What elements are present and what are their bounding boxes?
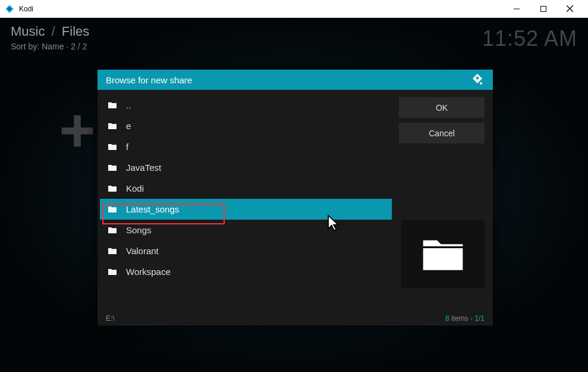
dialog-footer: E:\ 8 items - 1/1	[98, 311, 493, 326]
list-item[interactable]: Songs	[100, 220, 392, 240]
close-button[interactable]	[556, 0, 583, 18]
add-source-plus-icon[interactable]	[56, 110, 98, 152]
sort-info[interactable]: Sort by: Name · 2 / 2	[11, 42, 87, 51]
list-item[interactable]: Valorant	[100, 240, 392, 261]
list-item-label: Valorant	[126, 246, 159, 256]
kodi-logo-icon	[470, 73, 485, 87]
breadcrumb-item[interactable]: Music	[11, 24, 45, 39]
list-item[interactable]: f	[100, 136, 392, 157]
list-item-label: Latest_songs	[126, 204, 179, 214]
window-title: Kodi	[19, 5, 503, 13]
maximize-button[interactable]	[530, 0, 556, 18]
ok-button[interactable]: OK	[399, 97, 485, 118]
svg-point-4	[480, 82, 482, 85]
list-item-label: Kodi	[126, 183, 144, 193]
list-item[interactable]: e	[100, 115, 392, 136]
folder-icon	[107, 101, 118, 110]
folder-icon	[107, 143, 118, 151]
folder-icon	[107, 122, 118, 130]
window-titlebar: Kodi	[0, 0, 588, 18]
breadcrumb-item[interactable]: Files	[62, 24, 89, 39]
folder-icon	[107, 185, 118, 193]
minimize-button[interactable]	[503, 0, 530, 18]
list-item-label: Songs	[126, 225, 152, 235]
cancel-button[interactable]: Cancel	[399, 123, 485, 143]
list-item[interactable]: ..	[100, 95, 392, 115]
dialog-body: ..efJavaTestKodiLatest_songsSongsValoran…	[98, 90, 493, 311]
clock: 11:52 AM	[482, 26, 577, 51]
list-item-label: JavaTest	[126, 162, 161, 173]
current-path: E:\	[106, 314, 445, 323]
list-item-label: e	[126, 121, 131, 131]
folder-icon	[107, 164, 118, 172]
folder-icon	[107, 247, 118, 255]
svg-rect-1	[540, 6, 546, 11]
app-area: Music / Files Sort by: Name · 2 / 2 11:5…	[0, 18, 588, 372]
window-controls	[503, 0, 583, 18]
folder-icon	[107, 205, 118, 214]
dialog-header: Browse for new share	[98, 70, 493, 90]
breadcrumb-separator: /	[52, 24, 55, 39]
dialog-title: Browse for new share	[106, 75, 470, 85]
folder-preview	[401, 220, 485, 288]
list-item[interactable]: Latest_songs	[100, 199, 392, 220]
browse-dialog: Browse for new share ..efJavaTestKodiLat…	[98, 70, 493, 326]
list-item-label: Workspace	[126, 267, 171, 277]
list-item-label: f	[126, 142, 128, 152]
list-item[interactable]: Workspace	[100, 261, 392, 282]
breadcrumb: Music / Files	[11, 24, 89, 39]
folder-list[interactable]: ..efJavaTestKodiLatest_songsSongsValoran…	[100, 95, 392, 311]
list-item-label: ..	[126, 100, 131, 110]
item-count: 8 items - 1/1	[445, 314, 485, 323]
kodi-icon	[5, 4, 14, 14]
list-item[interactable]: JavaTest	[100, 157, 392, 178]
folder-icon	[107, 226, 118, 235]
list-item[interactable]: Kodi	[100, 178, 392, 199]
folder-icon	[107, 268, 118, 276]
dialog-sidebar: OK Cancel	[392, 95, 493, 311]
